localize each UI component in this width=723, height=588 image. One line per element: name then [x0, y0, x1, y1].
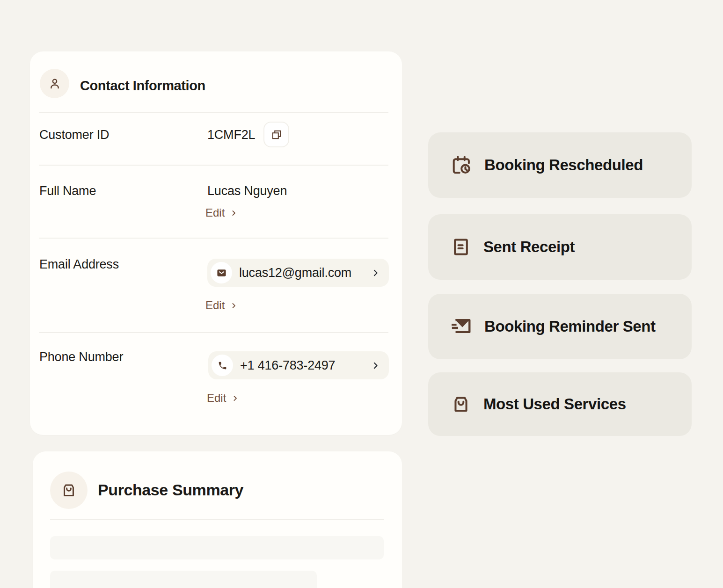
email-pill[interactable]: lucas12@gmail.com	[207, 259, 389, 287]
most-used-services-button[interactable]: Most Used Services	[428, 372, 692, 436]
customer-id-label: Customer ID	[39, 128, 109, 142]
chevron-right-icon	[371, 268, 380, 278]
edit-link-label: Edit	[207, 392, 226, 405]
chevron-right-icon	[231, 394, 239, 402]
skeleton-row	[50, 536, 384, 559]
customer-profile-page: Contact Information Customer ID 1CMF2L F…	[0, 0, 723, 588]
divider	[39, 238, 388, 239]
action-label: Sent Receipt	[483, 238, 575, 256]
action-label: Most Used Services	[483, 395, 626, 413]
booking-reminder-sent-button[interactable]: Booking Reminder Sent	[428, 294, 692, 359]
copy-icon	[270, 129, 283, 141]
divider	[50, 519, 384, 520]
chevron-right-icon	[371, 361, 380, 370]
email-label: Email Address	[39, 257, 119, 272]
divider	[39, 332, 388, 333]
divider	[39, 165, 388, 166]
phone-icon	[212, 355, 233, 376]
edit-email-link[interactable]: Edit	[205, 299, 238, 312]
mail-icon	[211, 262, 232, 283]
calendar-clock-icon	[451, 154, 472, 176]
edit-link-label: Edit	[205, 206, 225, 219]
contact-information-card: Contact Information Customer ID 1CMF2L F…	[30, 51, 402, 435]
divider	[39, 112, 388, 113]
email-value: lucas12@gmail.com	[239, 266, 351, 280]
full-name-value: Lucas Nguyen	[207, 184, 287, 198]
chevron-right-icon	[230, 209, 238, 217]
customer-id-value: 1CMF2L	[207, 128, 255, 142]
edit-phone-link[interactable]: Edit	[207, 392, 239, 405]
phone-value: +1 416-783-2497	[240, 358, 335, 373]
avatar	[40, 69, 69, 98]
phone-label: Phone Number	[39, 350, 123, 364]
shopping-bag-icon	[451, 394, 471, 414]
receipt-icon	[451, 236, 471, 258]
avatar	[50, 472, 88, 509]
copy-customer-id-button[interactable]	[263, 122, 289, 147]
person-icon	[48, 77, 62, 91]
send-mail-icon	[451, 316, 472, 337]
sent-receipt-button[interactable]: Sent Receipt	[428, 214, 692, 280]
chevron-right-icon	[230, 302, 238, 310]
skeleton-row	[50, 571, 317, 588]
contact-card-title: Contact Information	[80, 78, 205, 94]
action-label: Booking Rescheduled	[484, 156, 643, 174]
purchase-summary-card: Purchase Summary	[33, 451, 402, 588]
purchase-card-title: Purchase Summary	[98, 481, 243, 499]
shopping-bag-icon	[60, 482, 77, 499]
action-label: Booking Reminder Sent	[484, 318, 656, 335]
phone-pill[interactable]: +1 416-783-2497	[208, 351, 389, 379]
edit-full-name-link[interactable]: Edit	[205, 206, 238, 219]
full-name-label: Full Name	[39, 184, 96, 198]
edit-link-label: Edit	[205, 299, 225, 312]
booking-rescheduled-button[interactable]: Booking Rescheduled	[428, 132, 692, 198]
